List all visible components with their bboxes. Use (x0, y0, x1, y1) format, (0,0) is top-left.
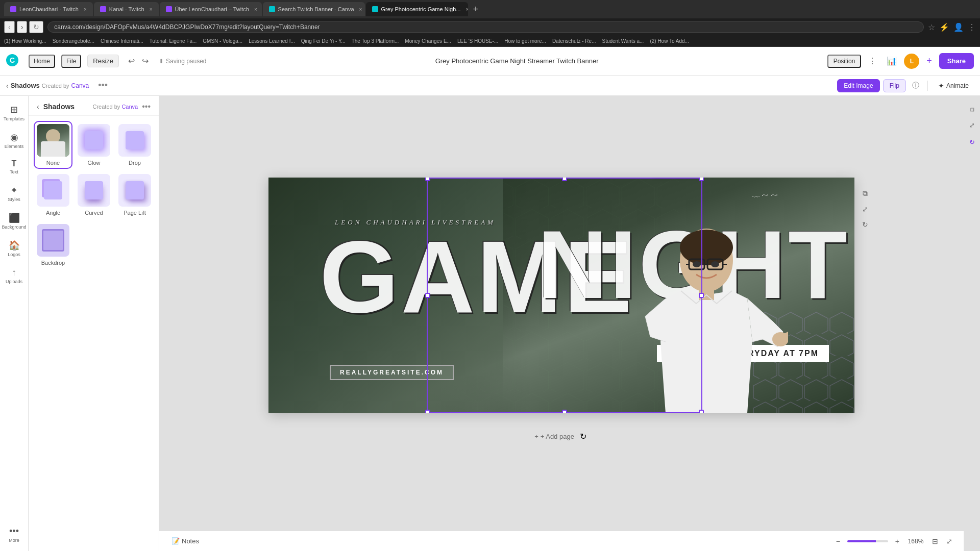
created-by-label: Created by (42, 83, 69, 89)
canvas-page-1[interactable]: 〰 ～ ～ LEON CHAUDHARI LIVESTREAM (268, 178, 854, 413)
angle-label: Angle (46, 210, 60, 216)
bookmark-5[interactable]: GMSN - Vologa... (203, 38, 242, 44)
zoom-level: 168% (906, 538, 925, 545)
browser-tab-4[interactable]: Search Twitch Banner - Canva × (263, 2, 365, 16)
canva-logo[interactable]: C (6, 54, 18, 68)
canva-app: C Home File Resize ↩ ↪ ⏸ Saving paused G… (0, 47, 980, 551)
bookmark-12[interactable]: Datenschutz - Re... (552, 38, 596, 44)
new-tab-btn[interactable]: + (469, 4, 483, 15)
breadcrumb-more-btn[interactable]: ••• (95, 79, 111, 92)
refresh-btn[interactable]: ↻ (861, 219, 870, 230)
position-button[interactable]: Position (827, 55, 862, 68)
back-btn[interactable]: ‹ (4, 21, 15, 33)
user-avatar[interactable]: L (904, 54, 919, 69)
reload-btn[interactable]: ↻ (29, 21, 43, 33)
creator-link[interactable]: Canva (71, 82, 89, 89)
notes-button[interactable]: 📝 Notes (167, 535, 203, 547)
link-btn[interactable]: ⧉ (861, 188, 870, 199)
shadow-angle[interactable]: Angle (35, 172, 71, 218)
sidebar-item-background[interactable]: ⬛ Background (2, 208, 27, 234)
browser-actions: ☆ ⚡ 👤 ⋮ (928, 22, 976, 32)
tab-close-2[interactable]: × (150, 7, 153, 12)
backdrop-preview (37, 224, 69, 257)
right-panel-btn-2[interactable]: ⤢ (968, 120, 976, 131)
zoom-in-btn[interactable]: + (892, 535, 902, 547)
redo-btn[interactable]: ↪ (139, 54, 152, 68)
expand-btn[interactable]: ⤢ (861, 204, 870, 215)
canva-topbar: C Home File Resize ↩ ↪ ⏸ Saving paused G… (0, 47, 980, 76)
add-page-btn[interactable]: + + Add page (534, 433, 574, 440)
bookmark-10[interactable]: LEE 'S HOUSE-... (457, 38, 498, 44)
sidebar-item-uploads[interactable]: ↑ Uploads (2, 263, 27, 288)
back-arrow[interactable]: ‹ (6, 82, 9, 90)
panel-back-btn[interactable]: ‹ (37, 103, 39, 111)
star-icon[interactable]: ☆ (928, 22, 935, 32)
add-page-label: + Add page (541, 433, 574, 440)
zoom-slider[interactable] (847, 540, 888, 542)
canvas-area[interactable]: 〰 ～ ～ LEON CHAUDHARI LIVESTREAM (159, 96, 964, 551)
svg-point-14 (711, 261, 719, 267)
shadow-pagelift[interactable]: Page Lift (116, 172, 153, 218)
browser-tab-5[interactable]: Grey Photocentric Game Nigh... × (366, 2, 468, 16)
bookmark-6[interactable]: Lessons Learned f... (249, 38, 295, 44)
bookmark-1[interactable]: (1) How Working... (4, 38, 46, 44)
share-button[interactable]: Share (939, 53, 974, 69)
sidebar-item-templates[interactable]: ⊞ Templates (2, 100, 27, 126)
panel-more-btn[interactable]: ••• (142, 102, 151, 111)
undo-btn[interactable]: ↩ (125, 54, 138, 68)
bookmark-7[interactable]: Qing Fei De Yi - Y... (301, 38, 346, 44)
shadow-curved[interactable]: Curved (76, 172, 112, 218)
chart-btn[interactable]: 📊 (884, 54, 900, 68)
edit-image-btn[interactable]: Edit Image (837, 79, 879, 92)
bookmark-4[interactable]: Tutorial: Eigene Fa... (150, 38, 197, 44)
more-options-btn[interactable]: ⋮ (865, 54, 879, 68)
forward-btn[interactable]: › (17, 21, 28, 33)
canva-creator-link[interactable]: Canva (121, 104, 138, 110)
tab-close-1[interactable]: × (84, 7, 87, 12)
address-bar[interactable]: canva.com/design/DAFOpFvMus/a4W4dDBCPJGP… (47, 21, 924, 33)
text-label: Text (10, 169, 18, 174)
grid-view-btn[interactable]: ⊟ (929, 535, 941, 547)
sidebar-item-more[interactable]: ••• More (2, 522, 27, 547)
backdrop-label: Backdrop (41, 260, 65, 266)
sidebar-item-styles[interactable]: ✦ Styles (2, 181, 27, 206)
zoom-out-btn[interactable]: − (833, 535, 843, 547)
sidebar-item-logos[interactable]: 🏠 Logos (2, 236, 27, 261)
bookmark-11[interactable]: How to get more... (504, 38, 546, 44)
shadow-glow[interactable]: Glow (76, 122, 112, 168)
home-button[interactable]: Home (29, 55, 55, 68)
extensions-icon[interactable]: ⚡ (939, 22, 949, 32)
file-button[interactable]: File (61, 55, 81, 68)
info-btn[interactable]: ⓘ (909, 79, 922, 92)
resize-button[interactable]: Resize (87, 55, 119, 67)
browser-tab-1[interactable]: LeonChaudhari - Twitch × (4, 2, 93, 16)
fullscreen-btn[interactable]: ⤢ (943, 535, 955, 547)
shadow-backdrop[interactable]: Backdrop (35, 222, 71, 268)
right-panel-btn-3[interactable]: ↻ (968, 137, 976, 147)
sidebar-item-text[interactable]: T Text (2, 155, 27, 179)
bookmark-14[interactable]: (2) How To Add... (650, 38, 689, 44)
bookmark-3[interactable]: Chinese Internati... (101, 38, 143, 44)
sidebar-item-elements[interactable]: ◉ Elements (2, 128, 27, 153)
profile-icon[interactable]: 👤 (953, 22, 964, 32)
flip-btn[interactable]: Flip (883, 79, 906, 92)
bookmark-9[interactable]: Money Changes E... (405, 38, 451, 44)
menu-icon[interactable]: ⋮ (968, 22, 976, 32)
pagelift-shape (126, 181, 144, 199)
animate-btn[interactable]: ✦ Animate (933, 79, 974, 92)
tab-close-3[interactable]: × (254, 7, 257, 12)
bookmark-2[interactable]: Sonderangebote... (53, 38, 94, 44)
browser-tab-2[interactable]: Kanal - Twitch × (94, 2, 159, 16)
bookmark-8[interactable]: The Top 3 Platform... (352, 38, 399, 44)
bookmark-13[interactable]: Student Wants a... (602, 38, 644, 44)
browser-tab-3[interactable]: Über LeonChaudhari – Twitch × (160, 2, 262, 16)
shadow-none[interactable]: None (35, 122, 71, 168)
right-panel-btn-1[interactable]: ⧉ (967, 106, 977, 114)
elements-icon: ◉ (10, 132, 18, 143)
add-page-rotate-btn[interactable]: ↻ (578, 431, 589, 441)
tab-close-4[interactable]: × (359, 7, 362, 12)
tab-close-5[interactable]: × (465, 7, 468, 12)
shadow-drop[interactable]: Drop (116, 122, 153, 168)
design-canvas[interactable]: 〰 ～ ～ LEON CHAUDHARI LIVESTREAM (268, 178, 854, 413)
add-collaborator-btn[interactable]: + (923, 54, 935, 68)
